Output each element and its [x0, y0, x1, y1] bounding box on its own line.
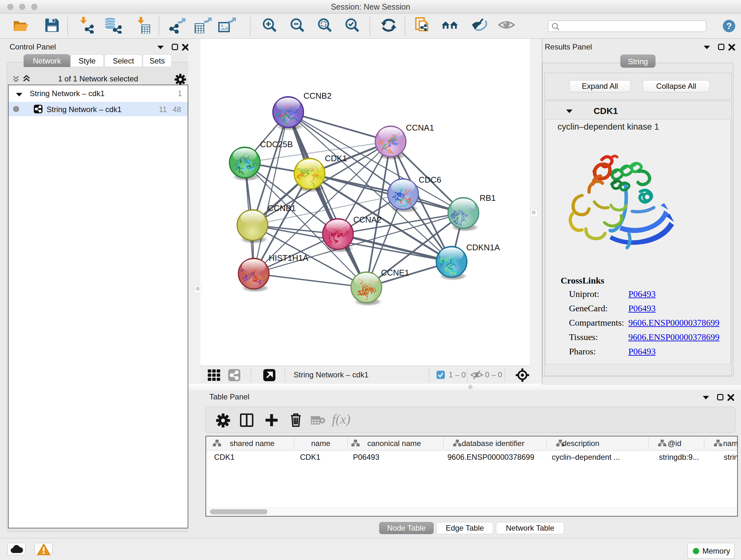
svg-text:CCNB1: CCNB1 — [268, 203, 296, 213]
svg-text:CCNB2: CCNB2 — [304, 91, 332, 101]
svg-text:CDKN1A: CDKN1A — [466, 243, 500, 252]
svg-text:RB1: RB1 — [480, 193, 496, 203]
svg-text:HIST1H1A: HIST1H1A — [269, 253, 309, 263]
svg-text:CDK1: CDK1 — [325, 153, 347, 163]
svg-text:CDC6: CDC6 — [419, 175, 441, 185]
svg-text:CCNE1: CCNE1 — [381, 268, 409, 277]
svg-text:CCNA1: CCNA1 — [406, 123, 434, 132]
svg-text:CDC25B: CDC25B — [260, 139, 293, 149]
svg-text:CCNA2: CCNA2 — [353, 215, 381, 225]
